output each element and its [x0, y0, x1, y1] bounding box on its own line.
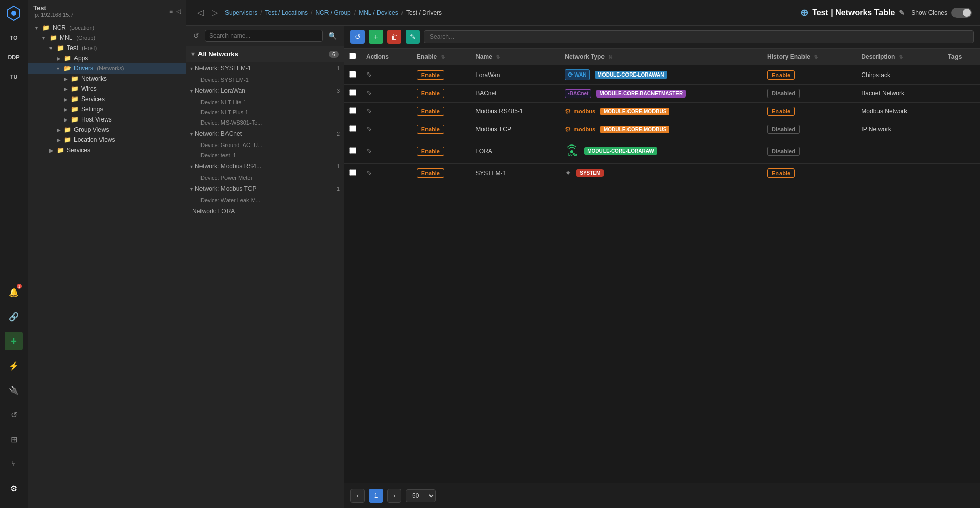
- breadcrumb-test-locations[interactable]: Test / Locations: [265, 9, 308, 16]
- network-device-system1[interactable]: Device: SYSTEM-1: [186, 75, 344, 85]
- network-group-lora-header[interactable]: Network: LORA: [186, 205, 344, 217]
- tree-item-host-views[interactable]: ▶ 📁 Host Views: [28, 114, 186, 125]
- row-action-5[interactable]: ✎: [361, 164, 412, 182]
- th-enable[interactable]: Enable ⇅: [412, 49, 470, 65]
- row-action-0[interactable]: ✎: [361, 65, 412, 85]
- edit-row-icon-0[interactable]: ✎: [366, 71, 372, 79]
- nav-forward-button[interactable]: ▷: [209, 7, 221, 18]
- refresh-bottom-icon[interactable]: ↺: [5, 405, 23, 424]
- row-history-2[interactable]: Enable: [762, 103, 856, 120]
- edit-row-icon-4[interactable]: ✎: [366, 147, 372, 155]
- row-action-2[interactable]: ✎: [361, 103, 412, 120]
- expand-icon[interactable]: ≡: [169, 8, 173, 15]
- nav-back-button[interactable]: ◁: [194, 7, 207, 18]
- th-select-all[interactable]: [344, 49, 361, 65]
- table-search-input[interactable]: [424, 30, 974, 43]
- row-checkbox-0[interactable]: [344, 65, 361, 85]
- modbustcp-device-0[interactable]: Device: Water Leak M...: [186, 195, 344, 205]
- th-network-type[interactable]: Network Type ⇅: [560, 49, 762, 65]
- tree-item-apps[interactable]: ▶ 📁 Apps: [28, 53, 186, 63]
- select-all-checkbox[interactable]: [349, 53, 356, 59]
- edit-row-icon-3[interactable]: ✎: [366, 125, 372, 133]
- row-history-5[interactable]: Enable: [762, 164, 856, 182]
- show-clones-toggle[interactable]: [951, 8, 972, 18]
- tree-item-location-views[interactable]: ▶ 📁 Location Views: [28, 135, 186, 145]
- tree-item-ncr[interactable]: ▾ 📁 NCR (Location): [28, 22, 186, 33]
- row-checkbox-3[interactable]: [344, 120, 361, 138]
- network-group-modbustcp-header[interactable]: ▾ Network: Modbus TCP 1: [186, 183, 344, 195]
- refresh-table-button[interactable]: ↺: [350, 30, 365, 44]
- collapse-tree-icon[interactable]: ◁: [176, 8, 181, 15]
- prev-page-button[interactable]: ‹: [350, 489, 365, 503]
- breadcrumb-ncr-group[interactable]: NCR / Group: [315, 9, 350, 16]
- row-enable-1[interactable]: Enable: [412, 85, 470, 103]
- network-group-lorawan-header[interactable]: ▾ Network: LoraWan 3: [186, 85, 344, 97]
- th-name[interactable]: Name ⇅: [470, 49, 560, 65]
- lorawan-device-1[interactable]: Device: NLT-Plus-1: [186, 107, 344, 117]
- row-action-3[interactable]: ✎: [361, 120, 412, 138]
- row-action-1[interactable]: ✎: [361, 85, 412, 103]
- row-history-3[interactable]: Disabled: [762, 120, 856, 138]
- sidebar-label-to[interactable]: TO: [5, 29, 23, 47]
- row-action-4[interactable]: ✎: [361, 138, 412, 164]
- delete-network-button[interactable]: 🗑: [387, 30, 401, 44]
- plug-icon[interactable]: 🔌: [5, 381, 23, 399]
- tree-item-networks[interactable]: ▶ 📁 Networks: [28, 74, 186, 84]
- row-enable-4[interactable]: Enable: [412, 138, 470, 164]
- bolt-icon[interactable]: ⚡: [5, 356, 23, 375]
- lorawan-device-2[interactable]: Device: MS-WS301-Te...: [186, 117, 344, 128]
- all-networks-arrow[interactable]: ▾: [191, 50, 195, 58]
- network-group-modbusrs4-header[interactable]: ▾ Network: Modbus RS4... 1: [186, 160, 344, 173]
- edit-title-icon[interactable]: ✎: [899, 9, 905, 17]
- edit-row-icon-5[interactable]: ✎: [366, 169, 372, 177]
- page-1-button[interactable]: 1: [369, 489, 383, 503]
- tree-item-test[interactable]: ▾ 📁 Test (Host): [28, 43, 186, 53]
- per-page-select[interactable]: 50 100 200: [406, 489, 436, 502]
- row-history-0[interactable]: Enable: [762, 65, 856, 85]
- grid-icon[interactable]: ⊞: [5, 430, 23, 448]
- row-checkbox-5[interactable]: [344, 164, 361, 182]
- network-group-system1-header[interactable]: ▾ Network: SYSTEM-1 1: [186, 62, 344, 75]
- bacnet-device-0[interactable]: Device: Ground_AC_U...: [186, 140, 344, 150]
- row-checkbox-1[interactable]: [344, 85, 361, 103]
- network-group-bacnet-header[interactable]: ▾ Network: BACnet 2: [186, 128, 344, 140]
- row-history-1[interactable]: Disabled: [762, 85, 856, 103]
- link-icon[interactable]: 🔗: [5, 307, 23, 326]
- tree-item-mnl[interactable]: ▾ 📁 MNL (Group): [28, 33, 186, 43]
- branch-icon[interactable]: ⑂: [5, 454, 23, 473]
- row-enable-2[interactable]: Enable: [412, 103, 470, 120]
- filter-refresh-icon[interactable]: ↺: [191, 30, 202, 42]
- tree-item-wires[interactable]: ▶ 📁 Wires: [28, 84, 186, 94]
- next-page-button[interactable]: ›: [387, 489, 401, 503]
- tree-item-settings[interactable]: ▶ 📁 Settings: [28, 104, 186, 114]
- th-description[interactable]: Description ⇅: [856, 49, 943, 65]
- edit-row-icon-2[interactable]: ✎: [366, 107, 372, 115]
- tree-item-group-views[interactable]: ▶ 📁 Group Views: [28, 125, 186, 135]
- edit-row-icon-1[interactable]: ✎: [366, 89, 372, 98]
- tree-item-services2[interactable]: ▶ 📁 Services: [28, 145, 186, 155]
- edit-network-button[interactable]: ✎: [406, 30, 420, 44]
- row-history-4[interactable]: Disabled: [762, 138, 856, 164]
- row-enable-0[interactable]: Enable: [412, 65, 470, 85]
- row-enable-3[interactable]: Enable: [412, 120, 470, 138]
- settings-icon[interactable]: ⚙: [5, 479, 23, 497]
- row-enable-5[interactable]: Enable: [412, 164, 470, 182]
- lorawan-device-0[interactable]: Device: NLT-Lite-1: [186, 97, 344, 107]
- filter-search-input[interactable]: [205, 30, 323, 42]
- breadcrumb-supervisors[interactable]: Supervisors: [225, 9, 257, 16]
- row-checkbox-2[interactable]: [344, 103, 361, 120]
- sidebar-label-ddp[interactable]: DDP: [5, 48, 23, 66]
- tree-item-services[interactable]: ▶ 📁 Services: [28, 94, 186, 104]
- add-icon[interactable]: +: [5, 332, 23, 350]
- all-networks-text[interactable]: All Networks: [198, 50, 238, 58]
- filter-search-icon[interactable]: 🔍: [326, 30, 339, 42]
- th-history-enable[interactable]: History Enable ⇅: [762, 49, 856, 65]
- row-checkbox-4[interactable]: [344, 138, 361, 164]
- tree-item-drivers[interactable]: ▾ 📂 Drivers (Networks): [28, 63, 186, 74]
- bacnet-device-1[interactable]: Device: test_1: [186, 150, 344, 160]
- sidebar-label-tu[interactable]: TU: [5, 67, 23, 86]
- add-network-button[interactable]: +: [369, 30, 383, 44]
- modbusrs4-device-0[interactable]: Device: Power Meter: [186, 173, 344, 183]
- breadcrumb-mnl-devices[interactable]: MNL / Devices: [359, 9, 398, 16]
- notification-icon[interactable]: 🔔 1: [5, 283, 23, 301]
